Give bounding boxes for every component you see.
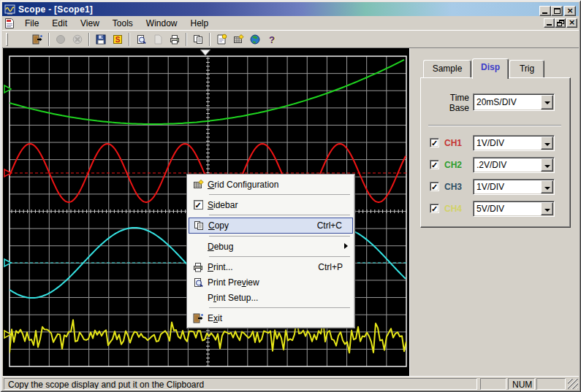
ch1-checkbox[interactable]: ✓: [430, 138, 439, 147]
mdi-minimize-button[interactable]: [544, 18, 555, 28]
chevron-down-icon: [544, 143, 550, 146]
minimize-button[interactable]: [539, 6, 551, 16]
menu-separator: [209, 256, 350, 257]
ch2-checkbox[interactable]: ✓: [430, 160, 439, 169]
ch2-scale-select[interactable]: .2V/DIV: [473, 157, 555, 173]
menu-window[interactable]: Window: [140, 17, 184, 30]
toolbar-print-button[interactable]: [166, 31, 183, 47]
tab-disp[interactable]: Disp: [472, 58, 509, 79]
menu-view[interactable]: View: [74, 17, 106, 30]
dropdown-button[interactable]: [541, 137, 553, 150]
time-base-select[interactable]: 20mS/DIV: [473, 93, 555, 111]
menu-separator: [209, 194, 350, 195]
toolbar-exit-button[interactable]: [29, 31, 45, 47]
ch3-label: CH3: [444, 182, 462, 192]
dropdown-button[interactable]: [541, 202, 553, 215]
ch4-checkbox[interactable]: ✓: [430, 204, 439, 213]
ch4-scale-value: 5V/DIV: [476, 204, 504, 214]
toolbar-print-preview-button[interactable]: [132, 31, 149, 47]
copy-icon: [192, 34, 204, 45]
toolbar-properties-button[interactable]: [213, 31, 229, 47]
close-icon: ×: [567, 18, 577, 27]
context-menu: Grid Configuration ✓ Sidebar Copy Ctrl+C…: [186, 174, 355, 328]
checked-checkbox-icon: ✓: [194, 200, 203, 210]
ch1-scale-select[interactable]: 1V/DIV: [473, 135, 555, 151]
toolbar-grid-config-button[interactable]: [229, 31, 246, 47]
toolbar-save-button[interactable]: [92, 31, 109, 47]
chevron-down-icon: [544, 101, 550, 104]
menu-item-print[interactable]: Print... Ctrl+P: [189, 259, 353, 274]
toolbar-grip[interactable]: [6, 33, 8, 46]
menu-item-grid-configuration[interactable]: Grid Configuration: [189, 177, 353, 192]
app-icon: [4, 4, 16, 15]
abort-x-icon: [72, 34, 83, 45]
toolbar-separator: [129, 33, 130, 46]
menu-file[interactable]: File: [18, 17, 45, 30]
help-question-icon: ? ?: [266, 34, 278, 45]
menu-item-sidebar[interactable]: ✓ Sidebar: [189, 197, 353, 212]
toolbar-web-help-button[interactable]: [246, 31, 263, 47]
status-pane-3: [536, 378, 566, 390]
display-settings-panel: Time Base 20mS/DIV ✓ CH1 1V/DIV ✓ CH2: [420, 77, 571, 228]
dropdown-button[interactable]: [541, 158, 553, 172]
shortcut-label: Ctrl+P: [318, 262, 350, 272]
toolbar-record-button[interactable]: [52, 31, 69, 47]
submenu-arrow-icon: [344, 243, 348, 249]
ch1-scale-value: 1V/DIV: [476, 138, 504, 148]
page-icon: [152, 34, 164, 45]
menu-item-print-preview[interactable]: Print Preview: [189, 274, 353, 290]
ch4-scale-select[interactable]: 5V/DIV: [473, 201, 555, 217]
print-icon: [169, 34, 181, 45]
close-button[interactable]: ×: [564, 6, 576, 16]
menu-item-exit[interactable]: Exit: [189, 310, 353, 326]
time-base-label: Time Base: [425, 93, 469, 113]
time-base-value: 20mS/DIV: [476, 97, 517, 107]
maximize-button[interactable]: [551, 6, 563, 16]
toolbar: S: [2, 30, 579, 48]
title-bar[interactable]: Scope - [Scope1] ×: [2, 2, 579, 16]
menu-item-debug[interactable]: Debug: [189, 239, 353, 254]
tab-trig[interactable]: Trig: [509, 60, 544, 78]
copy-icon: [193, 220, 205, 231]
toolbar-page-button[interactable]: [149, 31, 166, 47]
grid-config-icon: [232, 34, 244, 45]
toolbar-separator: [209, 33, 210, 46]
exit-door-icon: [31, 34, 43, 45]
menu-item-copy[interactable]: Copy Ctrl+C: [189, 218, 353, 234]
menu-edit[interactable]: Edit: [45, 17, 74, 30]
num-lock-indicator: NUM: [508, 378, 535, 390]
menu-bar: File Edit View Tools Window Help: [2, 16, 579, 30]
document-icon: [4, 18, 15, 29]
toolbar-scope-config-button[interactable]: S: [109, 31, 126, 47]
resize-grip[interactable]: [568, 379, 578, 389]
svg-text:S: S: [115, 36, 120, 44]
toolbar-separator: [48, 33, 50, 46]
status-message: Copy the scope display and put it on the…: [4, 378, 477, 390]
grid-config-icon: [192, 179, 204, 191]
toolbar-separator: [186, 33, 187, 46]
menu-tools[interactable]: Tools: [106, 17, 140, 30]
ch4-label: CH4: [444, 204, 462, 214]
tab-sample[interactable]: Sample: [423, 60, 471, 78]
toolbar-copy-button[interactable]: [189, 31, 206, 47]
scope-s-icon: S: [112, 34, 124, 45]
mdi-close-button[interactable]: ×: [566, 18, 577, 28]
ch2-scale-value: .2V/DIV: [476, 160, 506, 170]
toolbar-help-button[interactable]: ? ?: [263, 31, 280, 47]
print-preview-icon: [192, 277, 204, 288]
mdi-restore-button[interactable]: [555, 18, 566, 28]
chevron-down-icon: [544, 187, 550, 190]
menu-separator: [209, 307, 350, 308]
menu-item-print-setup[interactable]: Print Setup...: [189, 290, 353, 305]
ch3-scale-value: 1V/DIV: [476, 182, 504, 192]
properties-icon: [216, 34, 227, 45]
dropdown-button[interactable]: [541, 180, 553, 193]
maximize-icon: [554, 8, 561, 14]
app-window: Scope - [Scope1] × File Edit View Tools …: [0, 0, 581, 392]
dropdown-button[interactable]: [541, 95, 553, 109]
ch3-scale-select[interactable]: 1V/DIV: [473, 179, 555, 195]
menu-help[interactable]: Help: [184, 17, 216, 30]
channel-row-ch3: ✓ CH3 1V/DIV: [421, 179, 570, 195]
ch3-checkbox[interactable]: ✓: [430, 182, 439, 191]
toolbar-abort-button[interactable]: [69, 31, 86, 47]
